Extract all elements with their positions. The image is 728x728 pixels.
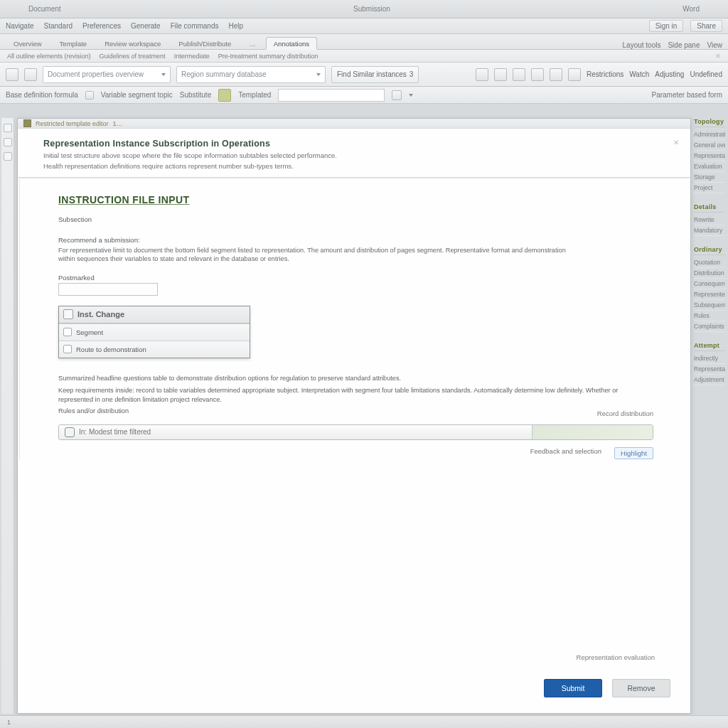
- toolbar-label[interactable]: Base definition formula: [6, 91, 78, 99]
- side-item[interactable]: Quotation: [694, 257, 725, 268]
- ribbon-tab[interactable]: …: [241, 37, 264, 49]
- button-label: Submit: [562, 684, 585, 692]
- rail-icon[interactable]: [4, 138, 12, 146]
- chevron-down-icon[interactable]: [409, 94, 413, 97]
- toolbar-label[interactable]: Substitute: [180, 91, 211, 99]
- toolbar-tag[interactable]: Templated: [238, 91, 271, 99]
- side-item[interactable]: Adjustment: [694, 375, 725, 385]
- list-header[interactable]: Inst. Change: [59, 306, 250, 323]
- list-item[interactable]: Segment: [59, 323, 250, 341]
- side-group-title: Ordinary: [694, 246, 725, 255]
- sub-tab[interactable]: All outline elements (revision): [7, 53, 91, 60]
- ribbon-tab-selected[interactable]: Annotations: [266, 37, 317, 49]
- sub-tab[interactable]: Intermediate: [174, 53, 210, 60]
- toolbar-right-label[interactable]: Parameter based form: [652, 91, 723, 99]
- sub-tab[interactable]: Pre-treatment summary distribution: [218, 53, 318, 60]
- ribbon-label[interactable]: Undefined: [690, 70, 722, 78]
- side-item[interactable]: Evaluation: [694, 161, 725, 172]
- side-item[interactable]: Distribution: [694, 268, 725, 279]
- remove-button[interactable]: Remove: [612, 679, 670, 697]
- ribbon-right-label[interactable]: View: [707, 41, 723, 49]
- list-header-icon: [63, 309, 73, 319]
- side-item[interactable]: Rules: [694, 311, 725, 321]
- side-group-title: Details: [694, 203, 725, 213]
- ribbon-right-label[interactable]: Layout tools: [623, 41, 661, 49]
- panel-icon[interactable]: [513, 68, 525, 81]
- side-item[interactable]: Rewrite: [694, 215, 725, 225]
- send-icon[interactable]: [392, 90, 402, 100]
- list-item-icon: [63, 345, 72, 353]
- ribbon-label[interactable]: Adjusting: [655, 70, 684, 78]
- chart-icon[interactable]: [568, 68, 581, 81]
- ribbon-tab[interactable]: Review workspace: [97, 37, 168, 49]
- side-item[interactable]: Indirectly: [694, 353, 725, 364]
- color-swatch-icon: [23, 119, 31, 127]
- note-icon[interactable]: [550, 68, 562, 81]
- side-item[interactable]: Subsequent: [694, 300, 725, 311]
- side-item[interactable]: Complaints: [694, 321, 725, 332]
- filter-checkbox[interactable]: [65, 427, 75, 437]
- region-dropdown[interactable]: Region summary database: [176, 66, 326, 83]
- side-item[interactable]: Consequently: [694, 279, 725, 289]
- sheet-icon[interactable]: [24, 68, 37, 81]
- rail-icon[interactable]: [4, 152, 12, 161]
- menu-item[interactable]: Help: [229, 22, 244, 30]
- doc-icon[interactable]: [6, 68, 18, 81]
- menu-item[interactable]: Navigate: [6, 22, 33, 30]
- change-list-widget: Inst. Change Segment Route to demonstrat…: [58, 306, 250, 358]
- signin-chip[interactable]: Sign in: [649, 20, 684, 32]
- toolbar-label[interactable]: Variable segment topic: [101, 91, 173, 99]
- modal-button-row: Submit Remove: [544, 679, 670, 697]
- modal-frame-header: Restricted template editor 1…: [18, 119, 690, 129]
- ribbon-label[interactable]: Restrictions: [587, 70, 623, 78]
- ribbon-right-label[interactable]: Side pane: [668, 41, 700, 49]
- menu-item[interactable]: Standard: [43, 22, 73, 30]
- submit-button[interactable]: Submit: [544, 679, 602, 697]
- ribbon-label[interactable]: Watch: [629, 70, 649, 78]
- ribbon-tabs: Overview Template Review workspace Publi…: [0, 34, 728, 50]
- dropdown-value: Region summary database: [181, 70, 267, 78]
- columns-icon[interactable]: [494, 68, 507, 81]
- side-item[interactable]: Project: [694, 183, 725, 193]
- side-item[interactable]: Storage: [694, 172, 725, 183]
- postmarked-input[interactable]: [58, 283, 158, 296]
- side-item[interactable]: Mandatory: [694, 225, 725, 236]
- section-heading-link[interactable]: INSTRUCTION FILE INPUT: [58, 194, 653, 205]
- grid-icon[interactable]: [476, 68, 488, 81]
- button-count: 3: [410, 70, 414, 78]
- ribbon-tab[interactable]: Overview: [6, 37, 50, 49]
- highlight-pill[interactable]: Highlight: [614, 447, 653, 459]
- filter-input[interactable]: [79, 426, 532, 439]
- menu-item[interactable]: Generate: [131, 22, 161, 30]
- rail-icon[interactable]: [4, 124, 12, 132]
- button-label: Find Similar instances: [337, 70, 407, 78]
- list-header-label: Inst. Change: [77, 310, 124, 318]
- side-item[interactable]: Representative: [694, 151, 725, 161]
- sub-tab[interactable]: Guidelines of treatment: [100, 53, 166, 60]
- side-item[interactable]: General overview: [694, 140, 725, 151]
- status-page: 1: [7, 719, 11, 726]
- titlebar-center: Submission: [353, 5, 390, 13]
- tag-swatch-icon: [218, 89, 231, 102]
- close-subtab-icon[interactable]: ✕: [715, 53, 721, 60]
- side-item[interactable]: Representative: [694, 364, 725, 375]
- menu-item[interactable]: Preferences: [82, 22, 121, 30]
- share-chip[interactable]: Share: [690, 20, 722, 32]
- list-item[interactable]: Route to demonstration: [59, 341, 250, 358]
- toolbar-search-input[interactable]: [278, 89, 385, 102]
- properties-dropdown[interactable]: Document properties overview: [43, 66, 171, 83]
- modal-subtitle-2: Health representation definitions requir…: [43, 162, 498, 170]
- close-icon[interactable]: ✕: [673, 139, 682, 147]
- right-side-panel: Topology Administration General overview…: [694, 118, 725, 714]
- modal-body: INSTRUCTION FILE INPUT Subsection Recomm…: [19, 178, 689, 459]
- flag-icon[interactable]: [85, 91, 94, 100]
- side-item[interactable]: Represented: [694, 289, 725, 300]
- find-similar-button[interactable]: Find Similar instances 3: [331, 66, 419, 83]
- modal-title: Representation Instance Subscription in …: [43, 139, 669, 149]
- list-icon[interactable]: [531, 68, 544, 81]
- side-item[interactable]: Administration: [694, 129, 725, 140]
- menu-item[interactable]: File commands: [171, 22, 219, 30]
- ribbon-tab[interactable]: Template: [52, 37, 95, 49]
- ribbon-tab[interactable]: Publish/Distribute: [171, 37, 239, 49]
- note-line: Keep requirements inside: record to tabl…: [58, 386, 620, 405]
